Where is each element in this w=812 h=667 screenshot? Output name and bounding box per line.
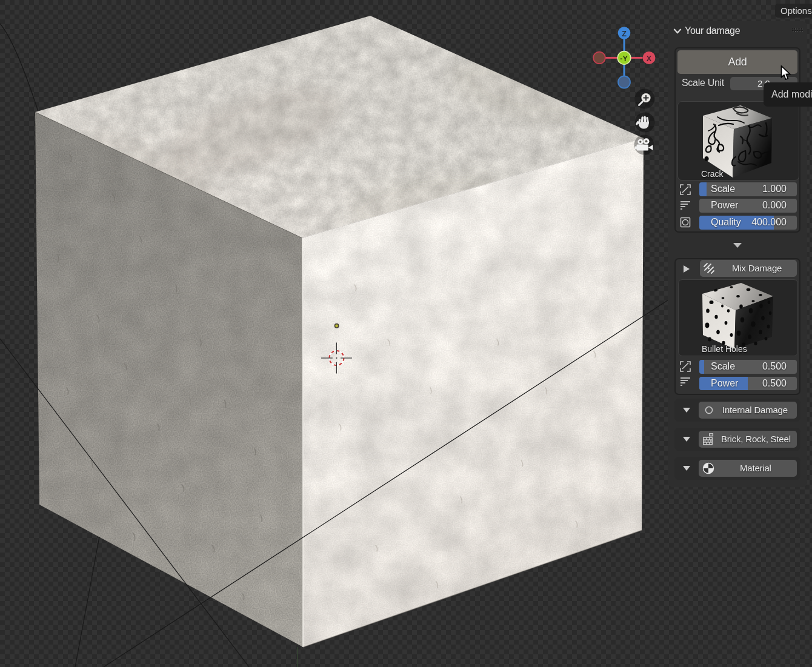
svg-text:X: X — [647, 55, 652, 63]
svg-text:Z: Z — [622, 30, 627, 38]
svg-text:-Y: -Y — [620, 55, 628, 63]
